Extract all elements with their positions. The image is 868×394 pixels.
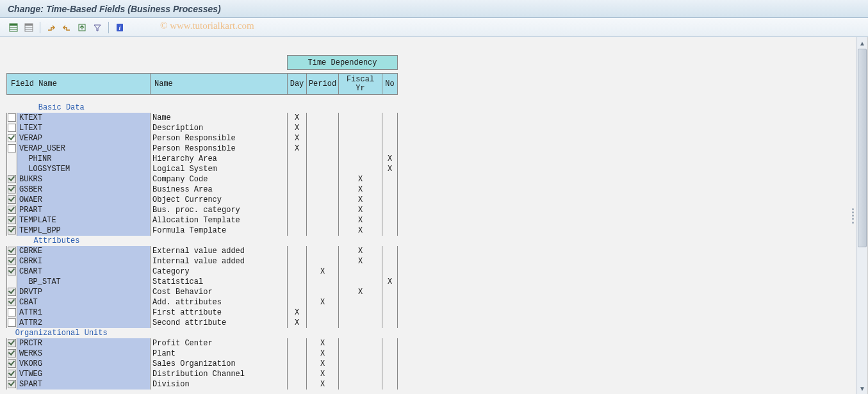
day-cell [288, 154, 307, 164]
day-cell [288, 338, 307, 349]
checkbox-cell [7, 113, 17, 123]
day-cell [288, 174, 307, 185]
toolbar-action-2[interactable] [60, 21, 74, 35]
day-cell [288, 267, 307, 277]
fy-cell [339, 297, 382, 308]
select-all-button[interactable] [6, 21, 20, 35]
name-cell: Category [151, 267, 288, 277]
toolbar-action-4[interactable] [90, 21, 104, 35]
period-cell: X [307, 369, 339, 379]
period-cell [307, 226, 339, 236]
table-row: PRARTBus. proc. categoryX [7, 205, 398, 215]
checkbox-cell [7, 308, 17, 318]
period-cell [307, 185, 339, 195]
scroll-thumb[interactable] [858, 49, 867, 247]
no-cell: X [382, 164, 398, 174]
field-name-cell: TEMPLATE [17, 215, 151, 226]
fy-cell [339, 133, 382, 144]
fy-cell: X [339, 174, 382, 185]
field-name-cell: ATTR2 [17, 318, 151, 328]
fy-cell [339, 318, 382, 328]
row-checkbox [8, 359, 16, 368]
row-checkbox[interactable] [8, 134, 16, 142]
fy-cell: X [339, 185, 382, 195]
resize-grip-icon[interactable] [851, 208, 855, 224]
vertical-scrollbar[interactable]: ▲ ▼ [856, 37, 867, 394]
period-cell: X [307, 267, 339, 277]
field-name-cell: KTEXT [17, 113, 151, 123]
fy-cell: X [339, 226, 382, 236]
field-name-cell: CBAT [17, 297, 151, 308]
no-cell: X [382, 154, 398, 164]
deselect-all-button[interactable] [22, 21, 36, 35]
name-cell: Logical System [151, 164, 288, 174]
info-button[interactable]: i [113, 21, 127, 35]
toolbar-action-1[interactable] [44, 21, 58, 35]
table-row: ATTR1First attributeX [7, 308, 398, 318]
row-checkbox [8, 370, 16, 378]
fy-cell: X [339, 246, 382, 256]
period-cell [307, 287, 339, 297]
fy-cell [339, 164, 382, 174]
fy-cell: X [339, 287, 382, 297]
name-cell: Hierarchy Area [151, 154, 288, 164]
section-title: Organizational Units [7, 328, 398, 338]
day-cell: X [288, 144, 307, 154]
row-checkbox[interactable] [8, 318, 16, 327]
checkbox-cell [7, 123, 17, 133]
table-row: CBATAdd. attributesX [7, 297, 398, 308]
row-checkbox[interactable] [8, 308, 16, 316]
table-row: GSBERBusiness AreaX [7, 185, 398, 195]
header-day[interactable]: Day [288, 74, 307, 95]
no-cell [382, 308, 398, 318]
checkbox-cell [7, 267, 17, 277]
day-cell [288, 297, 307, 308]
header-field-name[interactable]: Field Name [7, 74, 151, 95]
day-cell [288, 215, 307, 226]
no-cell [382, 267, 398, 277]
scroll-up-icon[interactable]: ▲ [856, 37, 868, 49]
header-name[interactable]: Name [151, 74, 288, 95]
row-checkbox [8, 195, 16, 204]
name-cell: Name [151, 113, 288, 123]
table-row: CBRKIInternal value addedX [7, 256, 398, 267]
header-period[interactable]: Period [307, 74, 339, 95]
row-checkbox[interactable] [8, 113, 16, 122]
svg-rect-5 [25, 24, 33, 26]
no-cell [382, 205, 398, 215]
scroll-down-icon[interactable]: ▼ [856, 382, 868, 394]
fy-cell [339, 349, 382, 359]
section-header: Basic Data [7, 103, 398, 113]
table-row: BUKRSCompany CodeX [7, 174, 398, 185]
no-cell [382, 287, 398, 297]
header-fiscal-yr[interactable]: Fiscal Yr [339, 74, 382, 95]
checkbox-cell [7, 215, 17, 226]
day-cell [288, 256, 307, 267]
header-no[interactable]: No [382, 74, 398, 95]
field-name-cell: SPART [17, 379, 151, 390]
checkbox-cell [7, 174, 17, 185]
table-row: TEMPL_BPPFormula TemplateX [7, 226, 398, 236]
table-deselect-icon [24, 22, 34, 33]
name-cell: First attribute [151, 308, 288, 318]
fields-table: Time Dependency Field Name Name Day Peri… [6, 55, 398, 390]
day-cell [288, 359, 307, 369]
section-header: Organizational Units [7, 328, 398, 338]
table-row: VKORGSales OrganizationX [7, 359, 398, 369]
fy-cell: X [339, 195, 382, 205]
name-cell: Sales Organization [151, 359, 288, 369]
row-checkbox[interactable] [8, 144, 16, 152]
name-cell: Plant [151, 349, 288, 359]
day-cell [288, 226, 307, 236]
period-cell [307, 308, 339, 318]
toolbar-action-3[interactable] [75, 21, 89, 35]
no-cell [382, 195, 398, 205]
name-cell: Second attribute [151, 318, 288, 328]
day-cell [288, 287, 307, 297]
row-checkbox [8, 247, 16, 255]
row-checkbox[interactable] [8, 124, 16, 132]
day-cell: X [288, 308, 307, 318]
content-area: Time Dependency Field Name Name Day Peri… [0, 37, 868, 394]
table-row: TEMPLATEAllocation TemplateX [7, 215, 398, 226]
checkbox-cell [7, 226, 17, 236]
